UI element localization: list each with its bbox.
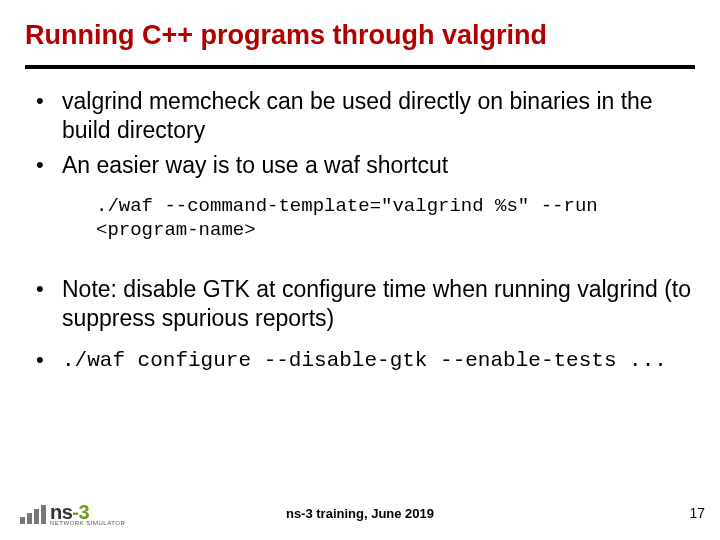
footer-text: ns-3 training, June 2019 [0,506,720,521]
bullet-list: Note: disable GTK at configure time when… [28,275,692,333]
bullet-item: An easier way is to use a waf shortcut [28,151,692,180]
bullet-code: ./waf configure --disable-gtk --enable-t… [28,346,692,374]
bullet-item: valgrind memcheck can be used directly o… [28,87,692,145]
bullet-list: valgrind memcheck can be used directly o… [28,87,692,179]
code-inline: ./waf configure --disable-gtk --enable-t… [62,349,667,372]
code-line: ./waf --command-template="valgrind %s" -… [96,195,692,219]
code-block: ./waf --command-template="valgrind %s" -… [28,185,692,259]
page-number: 17 [689,505,705,521]
slide: Running C++ programs through valgrind va… [0,0,720,540]
code-line: <program-name> [96,219,692,243]
bullet-item: Note: disable GTK at configure time when… [28,275,692,333]
slide-content: valgrind memcheck can be used directly o… [0,69,720,375]
slide-title: Running C++ programs through valgrind [25,20,695,51]
title-wrap: Running C++ programs through valgrind [0,0,720,59]
